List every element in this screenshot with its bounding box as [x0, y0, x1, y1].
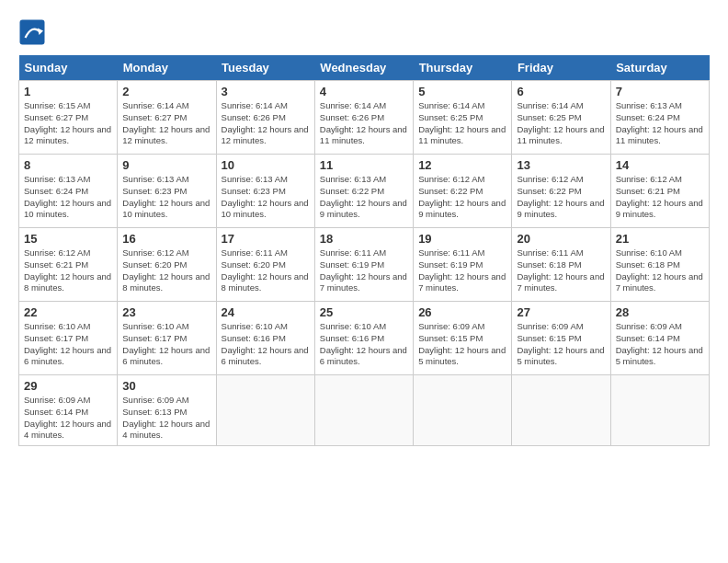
day-info: Sunrise: 6:12 AMSunset: 6:20 PMDaylight:…	[122, 247, 210, 294]
day-number: 18	[320, 232, 408, 246]
calendar-day-cell: 16Sunrise: 6:12 AMSunset: 6:20 PMDayligh…	[118, 228, 216, 302]
day-number: 16	[122, 232, 210, 246]
calendar-week-row: 15Sunrise: 6:12 AMSunset: 6:21 PMDayligh…	[19, 228, 710, 302]
day-info: Sunrise: 6:09 AMSunset: 6:15 PMDaylight:…	[418, 321, 506, 368]
calendar-day-cell: 21Sunrise: 6:10 AMSunset: 6:18 PMDayligh…	[610, 228, 709, 302]
day-number: 6	[517, 85, 605, 98]
day-info: Sunrise: 6:11 AMSunset: 6:19 PMDaylight:…	[418, 247, 506, 294]
weekday-header-wednesday: Wednesday	[314, 55, 413, 81]
day-number: 28	[616, 305, 704, 319]
calendar-day-cell: 3Sunrise: 6:14 AMSunset: 6:26 PMDaylight…	[216, 81, 314, 155]
calendar-day-cell: 20Sunrise: 6:11 AMSunset: 6:18 PMDayligh…	[512, 228, 610, 302]
day-info: Sunrise: 6:12 AMSunset: 6:21 PMDaylight:…	[24, 247, 112, 294]
day-number: 17	[222, 232, 310, 246]
day-number: 9	[122, 158, 210, 172]
day-info: Sunrise: 6:10 AMSunset: 6:16 PMDaylight:…	[320, 321, 408, 368]
calendar-header-row: SundayMondayTuesdayWednesdayThursdayFrid…	[19, 55, 710, 81]
calendar-day-cell: 25Sunrise: 6:10 AMSunset: 6:16 PMDayligh…	[314, 302, 413, 375]
day-info: Sunrise: 6:11 AMSunset: 6:20 PMDaylight:…	[222, 247, 310, 294]
day-info: Sunrise: 6:13 AMSunset: 6:23 PMDaylight:…	[122, 174, 210, 221]
day-number: 14	[616, 158, 704, 172]
day-number: 7	[616, 85, 704, 98]
day-info: Sunrise: 6:09 AMSunset: 6:13 PMDaylight:…	[122, 395, 210, 442]
day-info: Sunrise: 6:14 AMSunset: 6:26 PMDaylight:…	[320, 100, 408, 147]
calendar-day-cell: 9Sunrise: 6:13 AMSunset: 6:23 PMDaylight…	[118, 155, 216, 228]
calendar-day-cell: 17Sunrise: 6:11 AMSunset: 6:20 PMDayligh…	[216, 228, 314, 302]
calendar-day-cell: 19Sunrise: 6:11 AMSunset: 6:19 PMDayligh…	[414, 228, 512, 302]
calendar-day-cell: 28Sunrise: 6:09 AMSunset: 6:14 PMDayligh…	[610, 302, 709, 375]
day-number: 19	[418, 232, 506, 246]
day-info: Sunrise: 6:10 AMSunset: 6:17 PMDaylight:…	[122, 321, 210, 368]
day-info: Sunrise: 6:12 AMSunset: 6:22 PMDaylight:…	[517, 174, 605, 221]
day-number: 26	[418, 305, 506, 319]
day-info: Sunrise: 6:13 AMSunset: 6:23 PMDaylight:…	[222, 174, 310, 221]
calendar-day-cell: 6Sunrise: 6:14 AMSunset: 6:25 PMDaylight…	[512, 81, 610, 155]
calendar-day-cell: 5Sunrise: 6:14 AMSunset: 6:25 PMDaylight…	[414, 81, 512, 155]
logo-icon	[18, 18, 46, 46]
day-number: 12	[418, 158, 506, 172]
calendar-day-cell	[216, 375, 314, 446]
day-info: Sunrise: 6:10 AMSunset: 6:17 PMDaylight:…	[24, 321, 112, 368]
day-info: Sunrise: 6:09 AMSunset: 6:15 PMDaylight:…	[517, 321, 605, 368]
calendar-day-cell: 12Sunrise: 6:12 AMSunset: 6:22 PMDayligh…	[414, 155, 512, 228]
calendar-day-cell: 23Sunrise: 6:10 AMSunset: 6:17 PMDayligh…	[118, 302, 216, 375]
day-info: Sunrise: 6:12 AMSunset: 6:21 PMDaylight:…	[616, 174, 704, 221]
calendar-day-cell: 13Sunrise: 6:12 AMSunset: 6:22 PMDayligh…	[512, 155, 610, 228]
calendar-table: SundayMondayTuesdayWednesdayThursdayFrid…	[18, 55, 710, 446]
calendar-day-cell: 8Sunrise: 6:13 AMSunset: 6:24 PMDaylight…	[19, 155, 118, 228]
day-info: Sunrise: 6:13 AMSunset: 6:24 PMDaylight:…	[24, 174, 112, 221]
calendar-day-cell: 4Sunrise: 6:14 AMSunset: 6:26 PMDaylight…	[314, 81, 413, 155]
day-info: Sunrise: 6:14 AMSunset: 6:25 PMDaylight:…	[418, 100, 506, 147]
day-number: 23	[122, 305, 210, 319]
calendar-day-cell: 7Sunrise: 6:13 AMSunset: 6:24 PMDaylight…	[610, 81, 709, 155]
day-info: Sunrise: 6:10 AMSunset: 6:16 PMDaylight:…	[222, 321, 310, 368]
day-number: 15	[24, 232, 112, 246]
day-number: 25	[320, 305, 408, 319]
day-info: Sunrise: 6:11 AMSunset: 6:19 PMDaylight:…	[320, 247, 408, 294]
weekday-header-thursday: Thursday	[414, 55, 512, 81]
calendar-day-cell	[512, 375, 610, 446]
day-number: 30	[122, 379, 210, 393]
day-number: 5	[418, 85, 506, 98]
day-number: 2	[122, 85, 210, 98]
calendar-day-cell: 26Sunrise: 6:09 AMSunset: 6:15 PMDayligh…	[414, 302, 512, 375]
day-info: Sunrise: 6:13 AMSunset: 6:22 PMDaylight:…	[320, 174, 408, 221]
calendar-day-cell: 18Sunrise: 6:11 AMSunset: 6:19 PMDayligh…	[314, 228, 413, 302]
day-number: 22	[24, 305, 112, 319]
calendar-day-cell: 1Sunrise: 6:15 AMSunset: 6:27 PMDaylight…	[19, 81, 118, 155]
day-number: 10	[222, 158, 310, 172]
calendar-day-cell: 11Sunrise: 6:13 AMSunset: 6:22 PMDayligh…	[314, 155, 413, 228]
calendar-day-cell: 22Sunrise: 6:10 AMSunset: 6:17 PMDayligh…	[19, 302, 118, 375]
day-info: Sunrise: 6:12 AMSunset: 6:22 PMDaylight:…	[418, 174, 506, 221]
day-number: 13	[517, 158, 605, 172]
day-number: 21	[616, 232, 704, 246]
day-number: 27	[517, 305, 605, 319]
page-header	[18, 18, 710, 46]
day-info: Sunrise: 6:11 AMSunset: 6:18 PMDaylight:…	[517, 247, 605, 294]
weekday-header-saturday: Saturday	[610, 55, 709, 81]
calendar-day-cell: 2Sunrise: 6:14 AMSunset: 6:27 PMDaylight…	[118, 81, 216, 155]
day-info: Sunrise: 6:14 AMSunset: 6:27 PMDaylight:…	[122, 100, 210, 147]
logo	[18, 18, 50, 46]
day-number: 4	[320, 85, 408, 98]
day-info: Sunrise: 6:15 AMSunset: 6:27 PMDaylight:…	[24, 100, 112, 147]
calendar-day-cell: 15Sunrise: 6:12 AMSunset: 6:21 PMDayligh…	[19, 228, 118, 302]
day-number: 11	[320, 158, 408, 172]
calendar-day-cell: 10Sunrise: 6:13 AMSunset: 6:23 PMDayligh…	[216, 155, 314, 228]
calendar-day-cell	[414, 375, 512, 446]
calendar-day-cell: 27Sunrise: 6:09 AMSunset: 6:15 PMDayligh…	[512, 302, 610, 375]
calendar-day-cell: 24Sunrise: 6:10 AMSunset: 6:16 PMDayligh…	[216, 302, 314, 375]
day-info: Sunrise: 6:14 AMSunset: 6:25 PMDaylight:…	[517, 100, 605, 147]
day-info: Sunrise: 6:13 AMSunset: 6:24 PMDaylight:…	[616, 100, 704, 147]
day-info: Sunrise: 6:09 AMSunset: 6:14 PMDaylight:…	[616, 321, 704, 368]
day-number: 8	[24, 158, 112, 172]
calendar-week-row: 8Sunrise: 6:13 AMSunset: 6:24 PMDaylight…	[19, 155, 710, 228]
calendar-week-row: 1Sunrise: 6:15 AMSunset: 6:27 PMDaylight…	[19, 81, 710, 155]
weekday-header-tuesday: Tuesday	[216, 55, 314, 81]
calendar-day-cell: 29Sunrise: 6:09 AMSunset: 6:14 PMDayligh…	[19, 375, 118, 446]
day-number: 3	[222, 85, 310, 98]
calendar-day-cell	[610, 375, 709, 446]
weekday-header-sunday: Sunday	[19, 55, 118, 81]
calendar-week-row: 29Sunrise: 6:09 AMSunset: 6:14 PMDayligh…	[19, 375, 710, 446]
weekday-header-friday: Friday	[512, 55, 610, 81]
